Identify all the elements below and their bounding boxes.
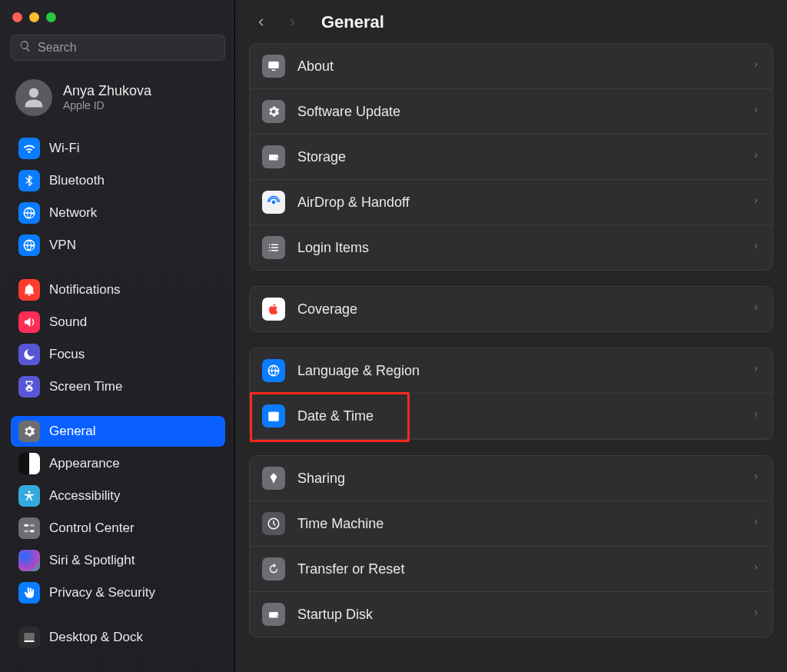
sidebar-item-privacy-security[interactable]: Privacy & Security — [11, 577, 225, 608]
account-subtitle: Apple ID — [63, 99, 151, 112]
wifi-icon — [18, 138, 40, 159]
row-label: About — [297, 58, 334, 75]
row-language-region[interactable]: Language & Region — [250, 348, 772, 394]
row-label: Transfer or Reset — [297, 561, 404, 577]
chevron-right-icon — [752, 607, 760, 623]
chevron-right-icon — [752, 561, 760, 577]
hourglass-icon — [18, 376, 40, 398]
row-software-update[interactable]: Software Update — [250, 89, 772, 135]
close-window-button[interactable] — [12, 12, 22, 22]
row-sharing[interactable]: Sharing — [250, 456, 772, 501]
search-input[interactable]: Search — [11, 35, 225, 61]
chevron-right-icon — [752, 104, 760, 120]
row-label: Time Machine — [297, 516, 384, 532]
sidebar-item-appearance[interactable]: Appearance — [11, 448, 225, 479]
sidebar-item-siri-spotlight[interactable]: Siri & Spotlight — [11, 545, 225, 576]
sidebar-item-label: Focus — [49, 347, 85, 362]
sidebar-list: Wi-Fi Bluetooth Network VPN Notification… — [8, 133, 228, 653]
settings-group: About Software Update Storage AirDrop & … — [249, 43, 773, 271]
sidebar-item-desktop-dock[interactable]: Desktop & Dock — [11, 622, 225, 653]
hand-icon — [18, 582, 40, 604]
airdrop-icon — [262, 191, 285, 214]
startup-disk-icon — [262, 603, 285, 626]
minimize-window-button[interactable] — [29, 12, 39, 22]
sidebar-item-label: Accessibility — [49, 488, 121, 504]
calendar-icon — [262, 404, 285, 427]
reset-icon — [262, 557, 285, 581]
network-icon — [18, 202, 40, 224]
row-label: Software Update — [297, 104, 400, 120]
sharing-icon — [262, 467, 285, 490]
settings-group: Coverage — [249, 286, 773, 332]
sidebar-item-label: General — [49, 424, 95, 439]
chevron-right-icon — [752, 240, 760, 256]
disk-icon — [262, 145, 285, 168]
sidebar-item-vpn[interactable]: VPN — [11, 230, 225, 261]
sidebar-item-label: Privacy & Security — [49, 585, 155, 600]
sidebar: Search Anya Zhukova Apple ID Wi-Fi Bluet… — [0, 0, 235, 672]
sidebar-item-focus[interactable]: Focus — [11, 339, 225, 370]
row-about[interactable]: About — [250, 44, 772, 89]
sidebar-item-label: Screen Time — [49, 379, 122, 394]
content: About Software Update Storage AirDrop & … — [235, 43, 787, 653]
row-label: Date & Time — [297, 408, 374, 424]
sidebar-item-sound[interactable]: Sound — [11, 307, 225, 338]
chevron-right-icon — [752, 363, 760, 379]
sidebar-item-network[interactable]: Network — [11, 198, 225, 228]
siri-icon — [18, 550, 40, 571]
chevron-right-icon — [752, 471, 760, 487]
window-controls — [8, 8, 228, 30]
sidebar-item-screen-time[interactable]: Screen Time — [11, 371, 225, 402]
fullscreen-window-button[interactable] — [46, 12, 56, 22]
sidebar-item-label: Notifications — [49, 282, 121, 298]
nav-back-button[interactable] — [252, 14, 269, 31]
sidebar-item-label: Control Center — [49, 521, 134, 536]
row-time-machine[interactable]: Time Machine — [250, 501, 772, 547]
main-panel: General About Software Update Storage — [235, 0, 787, 672]
row-transfer-reset[interactable]: Transfer or Reset — [250, 547, 772, 592]
sidebar-item-accessibility[interactable]: Accessibility — [11, 481, 225, 511]
gear-icon — [18, 421, 40, 442]
dock-icon — [18, 627, 40, 648]
nav-forward-button[interactable] — [284, 14, 301, 31]
sidebar-item-bluetooth[interactable]: Bluetooth — [11, 165, 225, 196]
globe-icon — [262, 359, 285, 382]
topbar: General — [235, 0, 787, 43]
sidebar-item-notifications[interactable]: Notifications — [11, 274, 225, 305]
row-label: Language & Region — [297, 363, 420, 379]
sidebar-item-label: Bluetooth — [49, 173, 105, 188]
apple-id-account[interactable]: Anya Zhukova Apple ID — [8, 72, 228, 128]
vpn-icon — [18, 235, 40, 256]
row-label: Sharing — [297, 471, 345, 487]
settings-group: Language & Region Date & Time — [249, 348, 773, 440]
row-login-items[interactable]: Login Items — [250, 225, 772, 270]
settings-group: Sharing Time Machine Transfer or Reset S… — [249, 455, 773, 637]
search-placeholder: Search — [38, 41, 77, 55]
chevron-right-icon — [752, 195, 760, 211]
chevron-right-icon — [752, 408, 760, 424]
moon-icon — [18, 344, 40, 365]
sidebar-item-label: Network — [49, 205, 97, 221]
display-icon — [262, 55, 285, 78]
sidebar-item-label: Siri & Spotlight — [49, 553, 135, 568]
avatar — [15, 79, 52, 116]
switches-icon — [18, 517, 40, 539]
chevron-right-icon — [752, 149, 760, 165]
time-machine-icon — [262, 512, 285, 535]
search-icon — [19, 40, 32, 55]
row-date-time[interactable]: Date & Time — [250, 394, 772, 439]
row-startup-disk[interactable]: Startup Disk — [250, 592, 772, 637]
sidebar-item-general[interactable]: General — [11, 416, 225, 447]
accessibility-icon — [18, 485, 40, 507]
row-airdrop-handoff[interactable]: AirDrop & Handoff — [250, 180, 772, 225]
settings-window: Search Anya Zhukova Apple ID Wi-Fi Bluet… — [0, 0, 787, 672]
row-coverage[interactable]: Coverage — [250, 287, 772, 331]
sidebar-item-wifi[interactable]: Wi-Fi — [11, 133, 225, 164]
list-icon — [262, 236, 285, 259]
bell-icon — [18, 279, 40, 301]
sidebar-item-control-center[interactable]: Control Center — [11, 513, 225, 544]
sidebar-item-label: Appearance — [49, 456, 120, 471]
bluetooth-icon — [18, 170, 40, 191]
row-storage[interactable]: Storage — [250, 135, 772, 180]
chevron-right-icon — [752, 516, 760, 532]
